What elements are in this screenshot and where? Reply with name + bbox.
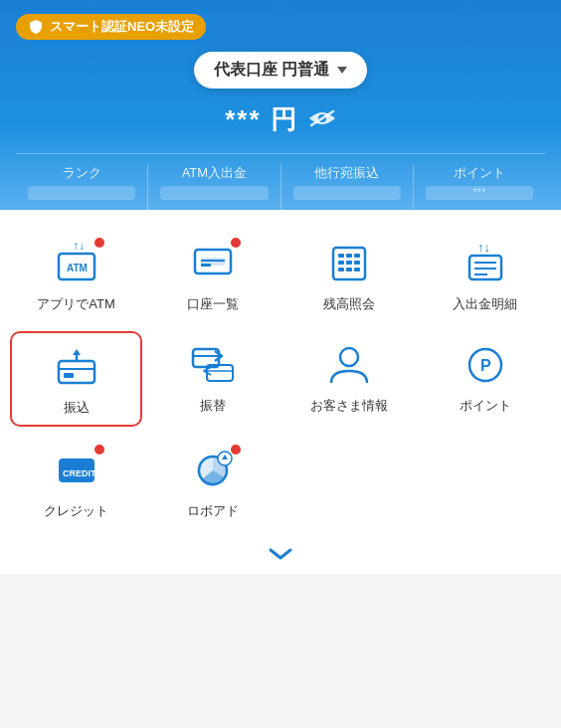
menu-item-profile[interactable]: お客さま情報	[282, 331, 415, 427]
menu-item-roboad[interactable]: ロボアド	[146, 437, 279, 528]
credit-icon-box: CREDIT	[47, 445, 106, 496]
account-label: 代表口座 円普通	[214, 60, 329, 81]
nav-rank-label: ランク	[63, 165, 101, 180]
svg-rect-15	[338, 268, 344, 272]
points-icon-box: P	[456, 339, 515, 391]
svg-text:ATM: ATM	[67, 263, 88, 273]
shield-icon	[28, 19, 44, 35]
menu-item-exchange[interactable]: 振替	[146, 331, 279, 427]
svg-text:↑↓: ↑↓	[73, 242, 85, 253]
history-label: 入出金明細	[453, 295, 517, 313]
menu-item-balance[interactable]: 残高照会	[282, 230, 415, 321]
atm-icon: ↑↓ ATM	[51, 242, 102, 285]
accounts-icon-box	[183, 238, 243, 289]
profile-icon	[323, 343, 375, 387]
balance-amount: *** 円	[225, 102, 298, 137]
roboad-red-dot	[231, 445, 241, 455]
points-icon: P	[460, 343, 511, 387]
atm-icon-box: ↑↓ ATM	[47, 238, 106, 289]
nav-points-label: ポイント	[454, 165, 505, 180]
svg-rect-17	[354, 268, 360, 272]
svg-rect-10	[346, 254, 352, 258]
svg-point-32	[340, 348, 358, 366]
profile-label: お客さま情報	[310, 397, 388, 415]
history-icon-box: ↑↓	[456, 238, 515, 289]
svg-text:↑↓: ↑↓	[477, 242, 490, 255]
nav-row: ランク ATM入出金 他行宛振込 ポイント ***	[16, 153, 545, 210]
nav-transfer-value	[293, 186, 401, 200]
balance-icon	[323, 242, 375, 285]
scroll-chevron-icon	[261, 544, 300, 564]
menu-item-transfer[interactable]: 振込	[10, 331, 142, 427]
accounts-red-dot	[231, 238, 241, 248]
menu-item-history[interactable]: ↑↓ 入出金明細	[419, 230, 551, 321]
credit-icon: CREDIT	[51, 449, 102, 492]
account-selector: 代表口座 円普通	[16, 52, 545, 89]
roboad-icon-box	[183, 445, 243, 496]
menu-item-atm[interactable]: ↑↓ ATM アプリでATM	[10, 230, 142, 321]
svg-rect-25	[59, 361, 94, 383]
nav-points[interactable]: ポイント ***	[414, 164, 545, 210]
transfer-icon-box	[47, 341, 106, 393]
menu-item-credit[interactable]: CREDIT クレジット	[10, 437, 142, 528]
balance-row: *** 円	[16, 102, 545, 137]
chevron-down-icon	[337, 67, 347, 74]
eye-slash-icon[interactable]	[308, 108, 336, 132]
account-selector-button[interactable]: 代表口座 円普通	[194, 52, 367, 89]
exchange-icon-box	[183, 339, 243, 391]
svg-rect-12	[338, 261, 344, 265]
header: スマート認証NEO未設定 代表口座 円普通 *** 円 ランク ATM入出金 他…	[0, 0, 561, 210]
nav-rank-value	[28, 186, 135, 200]
nav-transfer-label: 他行宛振込	[314, 165, 379, 180]
menu-grid: ↑↓ ATM アプリでATM 口座一覧	[10, 230, 551, 528]
svg-text:P: P	[480, 357, 491, 374]
svg-rect-16	[346, 268, 352, 272]
nav-atm[interactable]: ATM入出金	[148, 164, 280, 210]
scroll-indicator	[10, 544, 551, 564]
auth-badge[interactable]: スマート認証NEO未設定	[16, 14, 206, 40]
svg-text:CREDIT: CREDIT	[63, 468, 96, 478]
balance-icon-box	[319, 238, 379, 289]
nav-atm-value	[160, 186, 268, 200]
history-icon: ↑↓	[460, 242, 511, 285]
main-content: ↑↓ ATM アプリでATM 口座一覧	[0, 210, 561, 574]
transfer-label: 振込	[64, 399, 90, 417]
points-label: ポイント	[460, 397, 511, 415]
exchange-label: 振替	[200, 397, 226, 415]
accounts-label: 口座一覧	[187, 295, 239, 313]
roboad-icon	[187, 449, 239, 492]
svg-rect-14	[354, 261, 360, 265]
menu-item-accounts[interactable]: 口座一覧	[146, 230, 279, 321]
auth-badge-label: スマート認証NEO未設定	[50, 18, 194, 36]
nav-points-value: ***	[426, 186, 533, 200]
svg-rect-9	[338, 254, 344, 258]
svg-rect-13	[346, 261, 352, 265]
nav-transfer[interactable]: 他行宛振込	[281, 164, 414, 210]
profile-icon-box	[319, 339, 379, 391]
transfer-icon	[51, 345, 102, 389]
accounts-icon	[187, 242, 239, 285]
balance-label: 残高照会	[323, 295, 375, 313]
atm-red-dot	[94, 238, 104, 248]
svg-rect-27	[64, 373, 74, 378]
nav-atm-label: ATM入出金	[182, 165, 247, 180]
exchange-icon	[187, 343, 239, 387]
svg-marker-23	[73, 349, 81, 355]
svg-rect-7	[201, 264, 211, 267]
roboad-label: ロボアド	[187, 502, 239, 520]
svg-rect-11	[354, 254, 360, 258]
nav-rank[interactable]: ランク	[16, 164, 148, 210]
menu-item-points[interactable]: P ポイント	[419, 331, 551, 427]
credit-label: クレジット	[44, 502, 108, 520]
atm-label: アプリでATM	[37, 295, 114, 313]
credit-red-dot	[94, 445, 104, 455]
